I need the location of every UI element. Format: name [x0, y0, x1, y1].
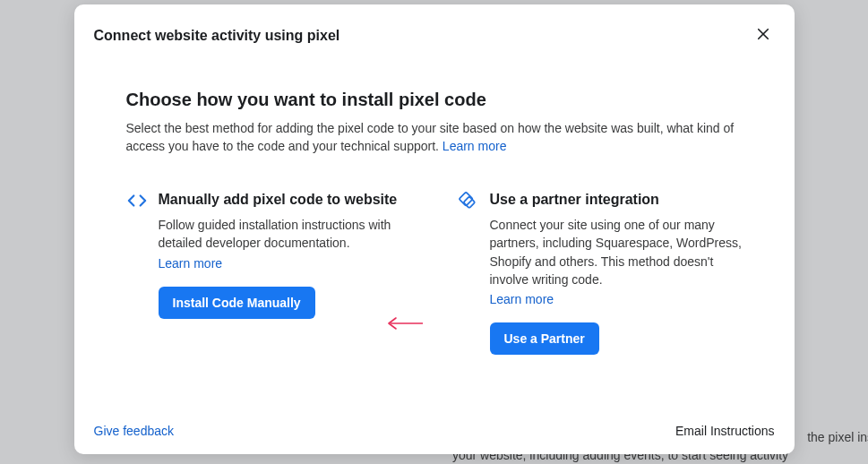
page-sub-text: Select the best method for adding the pi…: [126, 121, 735, 153]
option-manual: Manually add pixel code to website Follo…: [126, 190, 411, 356]
page-heading: Choose how you want to install pixel cod…: [126, 90, 743, 110]
options-row: Manually add pixel code to website Follo…: [126, 190, 743, 356]
learn-more-link[interactable]: Learn more: [443, 139, 507, 153]
email-instructions-button[interactable]: Email Instructions: [675, 424, 774, 438]
option-manual-learn-more[interactable]: Learn more: [159, 256, 411, 271]
handshake-icon: [458, 191, 477, 211]
backdrop-text-1: the pixel inst: [807, 430, 868, 444]
give-feedback-link[interactable]: Give feedback: [94, 424, 175, 438]
option-partner-title: Use a partner integration: [490, 190, 743, 210]
modal-title: Connect website activity using pixel: [94, 28, 340, 44]
option-manual-body: Manually add pixel code to website Follo…: [159, 190, 411, 356]
code-icon: [126, 191, 146, 211]
page-sub: Select the best method for adding the pi…: [126, 119, 743, 156]
option-partner-learn-more[interactable]: Learn more: [490, 292, 743, 306]
install-code-manually-button[interactable]: Install Code Manually: [159, 287, 315, 319]
modal-body: Choose how you want to install pixel cod…: [74, 59, 795, 411]
option-partner: Use a partner integration Connect your s…: [458, 190, 743, 356]
use-a-partner-button[interactable]: Use a Partner: [490, 322, 599, 355]
option-partner-desc: Connect your site using one of our many …: [490, 216, 743, 288]
modal: Connect website activity using pixel Cho…: [74, 4, 795, 454]
option-partner-body: Use a partner integration Connect your s…: [490, 190, 743, 356]
modal-header: Connect website activity using pixel: [74, 4, 795, 59]
close-icon: [755, 26, 771, 45]
modal-footer: Give feedback Email Instructions: [74, 411, 795, 454]
option-manual-title: Manually add pixel code to website: [159, 190, 411, 210]
close-button[interactable]: [752, 22, 775, 48]
option-manual-desc: Follow guided installation instructions …: [159, 216, 411, 253]
